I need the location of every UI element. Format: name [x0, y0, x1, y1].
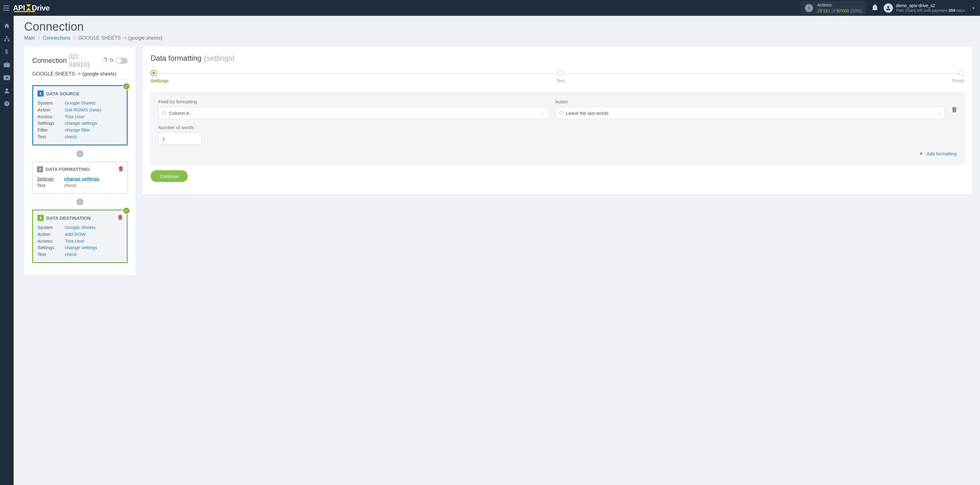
panel-subtitle: (settings)	[204, 54, 235, 62]
svg-text:?: ?	[6, 101, 8, 106]
row-value[interactable]: Google Sheets	[65, 224, 95, 231]
card-title-text: DATA FORMATTING	[46, 166, 89, 172]
card-row: Filterchange filter	[38, 127, 123, 133]
action-value: Leave the last words	[566, 111, 609, 116]
card-data-destination[interactable]: ✓ 3DATA DESTINATION SystemGoogle SheetsA…	[32, 209, 128, 263]
svg-rect-1	[6, 36, 8, 38]
chevron-down-icon: ⌄	[937, 111, 941, 116]
radio-icon	[162, 111, 166, 115]
stepper-step-finish[interactable]: Finish	[952, 70, 964, 83]
user-name: demo_apix-drive_s2	[896, 3, 965, 8]
card-row: Testcheck	[38, 133, 123, 140]
row-key: Settings	[37, 176, 64, 182]
radio-icon	[559, 111, 563, 115]
connection-title: Connection	[32, 57, 67, 65]
card-data-formatting[interactable]: 2DATA FORMATTING Settingschange settings…	[32, 162, 128, 194]
row-value[interactable]: Add ROW	[65, 231, 86, 238]
card-row: Testcheck	[38, 251, 123, 258]
row-key: Settings	[38, 120, 65, 127]
card-row: SystemGoogle Sheets	[38, 224, 123, 231]
menu-icon[interactable]	[3, 6, 9, 11]
page-title: Connection	[24, 20, 972, 33]
num-words-input[interactable]	[158, 133, 202, 145]
actions-total: 50'000	[836, 8, 849, 13]
row-value[interactable]: Tina User	[65, 113, 84, 120]
delete-row-icon[interactable]	[952, 107, 957, 117]
row-value[interactable]: Get ROWS (new)	[65, 106, 101, 113]
svg-text:$: $	[5, 49, 8, 55]
actions-pct: (50%)	[851, 8, 862, 13]
connection-toggle[interactable]	[116, 57, 128, 64]
info-icon: i	[805, 4, 813, 12]
check-icon: ✓	[123, 82, 130, 90]
bell-icon[interactable]	[872, 4, 878, 12]
row-value[interactable]: Google Sheets	[65, 100, 95, 106]
connection-panel: Connection (ID: 38910) GOOGLE SHEETS -> …	[24, 46, 136, 276]
actions-of: of	[831, 8, 836, 13]
card-row: AccessTina User	[38, 238, 123, 244]
card-row: ActionAdd ROW	[38, 231, 123, 238]
row-key: Test	[38, 251, 65, 258]
sidebar: $ ?	[0, 16, 14, 485]
row-value[interactable]: check	[65, 251, 77, 258]
row-value[interactable]: change settings	[65, 120, 97, 127]
add-step-button[interactable]: +	[76, 198, 83, 205]
chevron-down-icon: ⌄	[541, 111, 544, 116]
breadcrumb: Main / Connections / GOOGLE SHEETS -> (g…	[24, 35, 972, 41]
field-select[interactable]: Column A ⌄	[158, 107, 549, 119]
action-select[interactable]: Leave the last words ⌄	[555, 107, 945, 119]
step-number: 1	[38, 90, 44, 97]
card-row: Settingschange settings	[38, 120, 123, 127]
panel-title: Data formatting	[151, 54, 201, 62]
sidebar-user-icon[interactable]	[0, 84, 14, 97]
svg-rect-3	[8, 40, 9, 41]
row-key: Access	[38, 113, 65, 120]
row-value[interactable]: change settings	[65, 244, 97, 251]
actions-counter[interactable]: i Actions: 25'161 of 50'000 (50%)	[800, 1, 866, 14]
svg-point-6	[6, 89, 8, 91]
breadcrumb-main[interactable]: Main	[24, 35, 35, 41]
trash-icon[interactable]	[119, 166, 123, 173]
copy-icon[interactable]	[103, 57, 107, 64]
card-row: Testcheck	[37, 182, 123, 189]
topbar: API Drive i Actions: 25'161 of 50'000 (5…	[0, 0, 980, 16]
row-key: Action	[38, 106, 65, 113]
stepper-step-test[interactable]: Test	[556, 70, 565, 83]
add-step-button[interactable]: +	[76, 151, 83, 157]
breadcrumb-connections[interactable]: Connections	[43, 35, 70, 41]
row-key: Settings	[38, 244, 65, 251]
row-key: System	[38, 100, 65, 106]
row-value: check	[64, 182, 76, 189]
check-icon: ✓	[123, 207, 130, 214]
row-value[interactable]: check	[65, 133, 77, 140]
continue-button[interactable]: Continue	[151, 170, 188, 182]
card-title-text: DATA DESTINATION	[46, 216, 91, 221]
formatting-form: Field for formatting Column A ⌄ Action	[151, 92, 964, 165]
card-data-source[interactable]: ✓ 1DATA SOURCE SystemGoogle SheetsAction…	[32, 85, 128, 146]
svg-rect-10	[103, 59, 106, 62]
row-value[interactable]: Tina User	[65, 238, 84, 244]
row-key: Test	[38, 133, 65, 140]
sidebar-briefcase-icon[interactable]	[0, 59, 14, 71]
chevron-down-icon[interactable]: ▾	[972, 6, 974, 11]
row-value[interactable]: change filter	[65, 127, 90, 133]
row-value[interactable]: change settings	[64, 176, 99, 182]
add-formatting-link[interactable]: + Add formatting	[920, 151, 957, 157]
trash-icon[interactable]	[118, 215, 123, 221]
num-label: Number of words	[158, 125, 202, 130]
actions-used: 25'161	[817, 8, 830, 13]
connection-id: (ID: 38910)	[68, 52, 101, 69]
sidebar-youtube-icon[interactable]	[0, 71, 14, 84]
user-menu[interactable]: demo_apix-drive_s2 Plan |Start| left unt…	[884, 3, 965, 13]
sidebar-dollar-icon[interactable]: $	[0, 46, 14, 58]
svg-rect-2	[4, 40, 6, 41]
card-row: SystemGoogle Sheets	[38, 100, 123, 106]
sidebar-help-icon[interactable]: ?	[0, 98, 14, 110]
card-row: Settingschange settings	[37, 176, 123, 182]
logo-underline	[14, 11, 35, 12]
sidebar-home-icon[interactable]	[0, 19, 14, 32]
stepper-step-settings[interactable]: Settings	[151, 70, 169, 83]
gear-icon[interactable]	[109, 57, 114, 64]
field-value: Column A	[169, 111, 189, 116]
sidebar-sitemap-icon[interactable]	[0, 33, 14, 45]
